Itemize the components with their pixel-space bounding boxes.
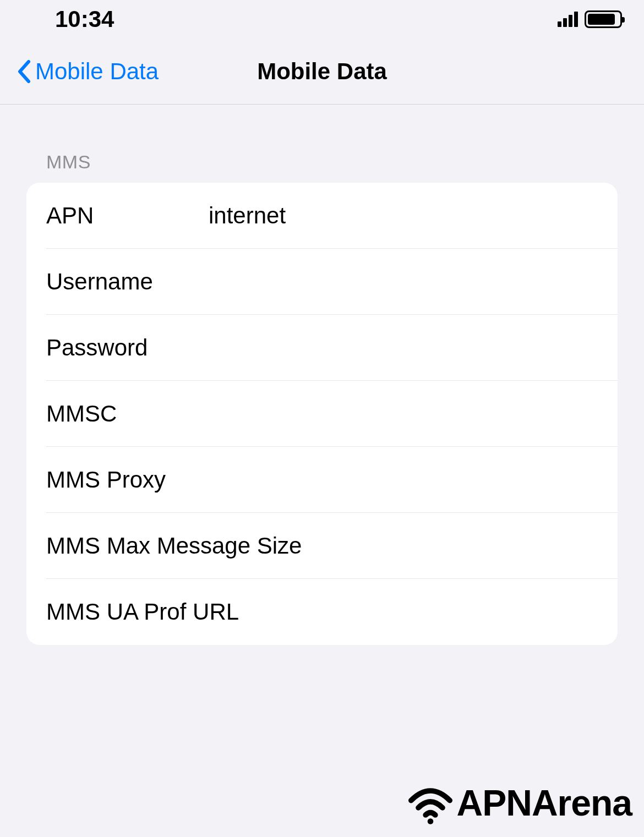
mmsc-row[interactable]: MMSC	[46, 381, 618, 447]
mms-ua-prof-url-input[interactable]	[239, 599, 598, 625]
mms-proxy-label: MMS Proxy	[46, 467, 209, 493]
mmsc-input[interactable]	[209, 401, 598, 427]
apn-row[interactable]: APN	[46, 183, 618, 249]
wifi-icon	[406, 779, 455, 827]
navigation-bar: Mobile Data Mobile Data	[0, 39, 644, 105]
status-time: 10:34	[55, 6, 114, 32]
mms-max-message-size-row[interactable]: MMS Max Message Size	[46, 513, 618, 579]
apn-label: APN	[46, 203, 209, 229]
username-label: Username	[46, 269, 209, 295]
apn-input[interactable]	[209, 203, 598, 229]
brand-logo: APNArena	[406, 779, 632, 827]
password-label: Password	[46, 335, 209, 361]
page-title: Mobile Data	[257, 58, 387, 85]
password-input[interactable]	[209, 335, 598, 361]
back-label: Mobile Data	[35, 58, 159, 85]
username-row[interactable]: Username	[46, 249, 618, 315]
mms-settings-group: APN Username Password MMSC MMS Proxy MMS…	[26, 183, 618, 645]
battery-icon	[585, 10, 622, 28]
status-indicators	[558, 10, 622, 28]
brand-text: APNArena	[457, 782, 632, 824]
svg-point-1	[427, 818, 433, 824]
mms-ua-prof-url-label: MMS UA Prof URL	[46, 599, 239, 625]
username-input[interactable]	[209, 269, 598, 295]
section-header-mms: MMS	[46, 151, 618, 173]
mms-proxy-input[interactable]	[209, 467, 598, 493]
mms-proxy-row[interactable]: MMS Proxy	[46, 447, 618, 513]
mms-max-message-size-label: MMS Max Message Size	[46, 533, 302, 559]
cellular-signal-icon	[558, 12, 578, 27]
back-button[interactable]: Mobile Data	[17, 58, 159, 85]
status-bar: 10:34	[0, 0, 644, 39]
mms-ua-prof-url-row[interactable]: MMS UA Prof URL	[26, 579, 618, 645]
chevron-left-icon	[17, 60, 31, 83]
password-row[interactable]: Password	[46, 315, 618, 381]
mms-max-message-size-input[interactable]	[302, 533, 598, 559]
content-area: MMS APN Username Password MMSC MMS Proxy…	[0, 151, 644, 645]
mmsc-label: MMSC	[46, 401, 209, 427]
